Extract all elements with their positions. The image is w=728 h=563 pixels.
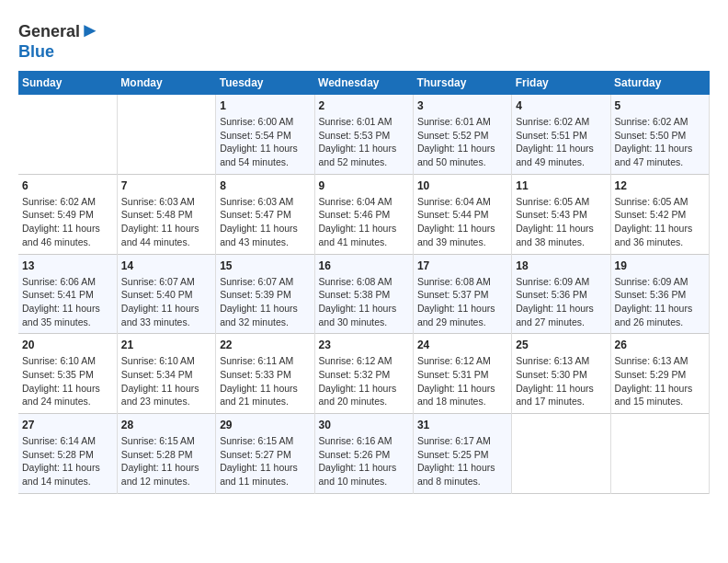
calendar-day-header: Thursday [413,71,511,95]
calendar-day-cell: 30 Sunrise: 6:16 AMSunset: 5:26 PMDaylig… [314,414,413,494]
day-info: Sunrise: 6:08 AMSunset: 5:38 PMDaylight:… [319,275,409,329]
calendar-day-cell: 23 Sunrise: 6:12 AMSunset: 5:32 PMDaylig… [314,334,413,414]
day-info: Sunrise: 6:16 AMSunset: 5:26 PMDaylight:… [319,434,409,488]
calendar-day-cell: 14 Sunrise: 6:07 AMSunset: 5:40 PMDaylig… [117,254,215,334]
day-info: Sunrise: 6:07 AMSunset: 5:39 PMDaylight:… [220,275,310,329]
calendar-day-cell: 28 Sunrise: 6:15 AMSunset: 5:28 PMDaylig… [117,414,215,494]
calendar-day-cell: 31 Sunrise: 6:17 AMSunset: 5:25 PMDaylig… [413,414,511,494]
day-info: Sunrise: 6:05 AMSunset: 5:42 PMDaylight:… [615,195,705,249]
calendar-day-header: Sunday [18,71,117,95]
calendar-day-cell: 21 Sunrise: 6:10 AMSunset: 5:34 PMDaylig… [117,334,215,414]
day-number: 27 [22,419,113,431]
day-info: Sunrise: 6:00 AMSunset: 5:54 PMDaylight:… [220,115,310,169]
day-number: 30 [319,419,409,431]
calendar-day-cell [512,414,610,494]
day-number: 16 [319,259,409,272]
logo-blue: Blue [18,42,100,62]
logo: General► Blue [18,18,100,62]
calendar-day-cell: 27 Sunrise: 6:14 AMSunset: 5:28 PMDaylig… [18,414,117,494]
day-info: Sunrise: 6:06 AMSunset: 5:41 PMDaylight:… [22,275,113,329]
calendar-week-row: 27 Sunrise: 6:14 AMSunset: 5:28 PMDaylig… [18,414,710,494]
day-info: Sunrise: 6:11 AMSunset: 5:33 PMDaylight:… [220,354,310,408]
calendar-day-cell: 25 Sunrise: 6:13 AMSunset: 5:30 PMDaylig… [512,334,610,414]
page-header: General► Blue [18,18,710,62]
calendar-day-cell: 24 Sunrise: 6:12 AMSunset: 5:31 PMDaylig… [413,334,511,414]
day-info: Sunrise: 6:05 AMSunset: 5:43 PMDaylight:… [516,195,606,249]
calendar-day-cell: 5 Sunrise: 6:02 AMSunset: 5:50 PMDayligh… [610,95,709,174]
day-info: Sunrise: 6:02 AMSunset: 5:49 PMDaylight:… [22,195,113,249]
day-number: 10 [417,179,507,192]
day-number: 31 [417,419,507,431]
day-number: 25 [516,339,606,351]
calendar-day-cell: 6 Sunrise: 6:02 AMSunset: 5:49 PMDayligh… [18,174,117,254]
calendar-day-cell: 17 Sunrise: 6:08 AMSunset: 5:37 PMDaylig… [413,254,511,334]
day-number: 14 [121,259,211,272]
calendar-day-cell: 3 Sunrise: 6:01 AMSunset: 5:52 PMDayligh… [413,95,511,174]
calendar-day-cell: 4 Sunrise: 6:02 AMSunset: 5:51 PMDayligh… [512,95,610,174]
calendar-week-row: 13 Sunrise: 6:06 AMSunset: 5:41 PMDaylig… [18,254,710,334]
logo-general: General► [18,18,100,42]
calendar-day-cell: 12 Sunrise: 6:05 AMSunset: 5:42 PMDaylig… [610,174,709,254]
day-number: 11 [516,179,606,192]
day-number: 3 [417,99,507,112]
day-number: 21 [121,339,211,351]
day-number: 13 [22,259,113,272]
day-number: 29 [220,419,310,431]
calendar-day-cell: 26 Sunrise: 6:13 AMSunset: 5:29 PMDaylig… [610,334,709,414]
calendar-week-row: 6 Sunrise: 6:02 AMSunset: 5:49 PMDayligh… [18,174,710,254]
calendar-day-header: Wednesday [314,71,413,95]
day-info: Sunrise: 6:10 AMSunset: 5:35 PMDaylight:… [22,354,113,408]
calendar-day-header: Friday [512,71,610,95]
calendar-day-header: Tuesday [216,71,314,95]
day-info: Sunrise: 6:03 AMSunset: 5:48 PMDaylight:… [121,195,211,249]
day-number: 17 [417,259,507,272]
calendar-day-cell: 9 Sunrise: 6:04 AMSunset: 5:46 PMDayligh… [314,174,413,254]
day-info: Sunrise: 6:02 AMSunset: 5:50 PMDaylight:… [615,115,705,169]
day-info: Sunrise: 6:12 AMSunset: 5:31 PMDaylight:… [417,354,507,408]
calendar-day-header: Saturday [610,71,709,95]
day-info: Sunrise: 6:02 AMSunset: 5:51 PMDaylight:… [516,115,606,169]
day-number: 9 [319,179,409,192]
day-info: Sunrise: 6:15 AMSunset: 5:27 PMDaylight:… [220,434,310,488]
calendar-day-cell: 20 Sunrise: 6:10 AMSunset: 5:35 PMDaylig… [18,334,117,414]
day-number: 2 [319,99,409,112]
calendar-day-cell: 16 Sunrise: 6:08 AMSunset: 5:38 PMDaylig… [314,254,413,334]
day-number: 1 [220,99,310,112]
day-number: 6 [22,179,113,192]
calendar-day-cell [117,95,215,174]
calendar-day-cell: 15 Sunrise: 6:07 AMSunset: 5:39 PMDaylig… [216,254,314,334]
day-number: 8 [220,179,310,192]
day-info: Sunrise: 6:12 AMSunset: 5:32 PMDaylight:… [319,354,409,408]
calendar-day-cell: 11 Sunrise: 6:05 AMSunset: 5:43 PMDaylig… [512,174,610,254]
calendar-day-cell: 18 Sunrise: 6:09 AMSunset: 5:36 PMDaylig… [512,254,610,334]
day-info: Sunrise: 6:04 AMSunset: 5:46 PMDaylight:… [319,195,409,249]
day-info: Sunrise: 6:13 AMSunset: 5:30 PMDaylight:… [516,354,606,408]
day-info: Sunrise: 6:07 AMSunset: 5:40 PMDaylight:… [121,275,211,329]
day-info: Sunrise: 6:08 AMSunset: 5:37 PMDaylight:… [417,275,507,329]
day-number: 12 [615,179,705,192]
day-number: 4 [516,99,606,112]
calendar-day-cell: 7 Sunrise: 6:03 AMSunset: 5:48 PMDayligh… [117,174,215,254]
day-info: Sunrise: 6:17 AMSunset: 5:25 PMDaylight:… [417,434,507,488]
calendar-day-cell [18,95,117,174]
day-number: 26 [615,339,705,351]
day-info: Sunrise: 6:03 AMSunset: 5:47 PMDaylight:… [220,195,310,249]
day-number: 28 [121,419,211,431]
day-info: Sunrise: 6:09 AMSunset: 5:36 PMDaylight:… [516,275,606,329]
day-number: 15 [220,259,310,272]
calendar-day-cell: 13 Sunrise: 6:06 AMSunset: 5:41 PMDaylig… [18,254,117,334]
calendar-day-cell: 8 Sunrise: 6:03 AMSunset: 5:47 PMDayligh… [216,174,314,254]
calendar-day-cell: 29 Sunrise: 6:15 AMSunset: 5:27 PMDaylig… [216,414,314,494]
day-number: 24 [417,339,507,351]
day-number: 19 [615,259,705,272]
calendar-day-cell: 2 Sunrise: 6:01 AMSunset: 5:53 PMDayligh… [314,95,413,174]
calendar-table: SundayMondayTuesdayWednesdayThursdayFrid… [18,71,710,494]
calendar-day-cell: 1 Sunrise: 6:00 AMSunset: 5:54 PMDayligh… [216,95,314,174]
day-number: 18 [516,259,606,272]
day-info: Sunrise: 6:14 AMSunset: 5:28 PMDaylight:… [22,434,113,488]
calendar-day-cell: 10 Sunrise: 6:04 AMSunset: 5:44 PMDaylig… [413,174,511,254]
calendar-day-header: Monday [117,71,215,95]
calendar-week-row: 1 Sunrise: 6:00 AMSunset: 5:54 PMDayligh… [18,95,710,174]
calendar-header-row: SundayMondayTuesdayWednesdayThursdayFrid… [18,71,710,95]
calendar-day-cell [610,414,709,494]
